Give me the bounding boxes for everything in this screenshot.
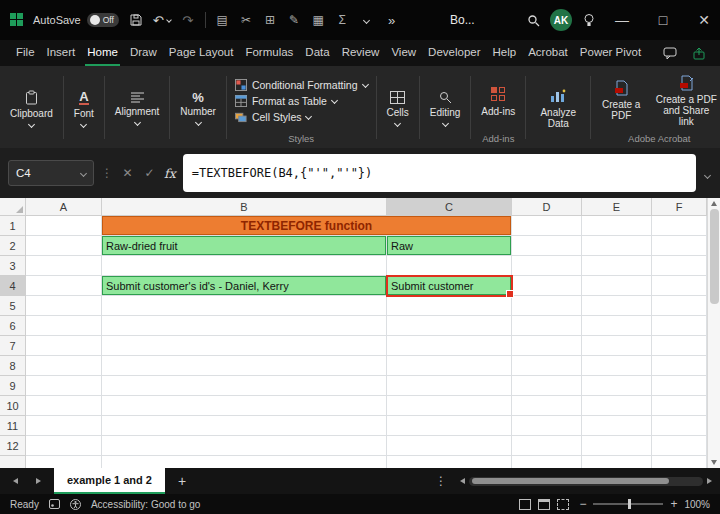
comments-icon[interactable] — [659, 40, 680, 66]
row-header-4[interactable]: 4 — [0, 276, 26, 296]
cancel-icon[interactable]: ✕ — [120, 166, 135, 180]
row-header-3[interactable]: 3 — [0, 256, 26, 276]
row-header-8[interactable]: 8 — [0, 356, 26, 376]
column-header-B[interactable]: B — [102, 198, 387, 216]
cell-E8[interactable] — [582, 356, 652, 376]
cell-B5[interactable] — [102, 296, 387, 316]
select-all-corner[interactable] — [0, 198, 26, 216]
conditional-formatting-button[interactable]: Conditional Formatting — [235, 79, 368, 91]
formula-input[interactable]: =TEXTBEFORE(B4,{"'","'"}) — [183, 154, 696, 192]
cell-D8[interactable] — [512, 356, 582, 376]
horizontal-scrollbar[interactable] — [460, 477, 712, 486]
menu-developer[interactable]: Developer — [426, 40, 482, 66]
cell-B11[interactable] — [102, 416, 387, 436]
cell-D10[interactable] — [512, 396, 582, 416]
row-header-10[interactable]: 10 — [0, 396, 26, 416]
number-group-button[interactable]: % Number — [174, 69, 222, 148]
normal-view-icon[interactable] — [519, 499, 531, 510]
menu-view[interactable]: View — [389, 40, 418, 66]
cell-E11[interactable] — [582, 416, 652, 436]
tab-overflow-icon[interactable]: ⋮ — [431, 474, 451, 488]
cell-E7[interactable] — [582, 336, 652, 356]
name-box[interactable]: C4 — [8, 160, 94, 186]
qat-overflow-icon[interactable]: » — [384, 7, 400, 33]
cell-C5[interactable] — [387, 296, 512, 316]
formula-bar-handle[interactable]: ⋮ — [101, 166, 113, 180]
document-title[interactable]: Bo... — [450, 13, 475, 27]
cell-D9[interactable] — [512, 376, 582, 396]
cell-E4[interactable] — [582, 276, 652, 296]
cell-E6[interactable] — [582, 316, 652, 336]
share-icon[interactable] — [689, 40, 710, 66]
accessibility-status[interactable]: Accessibility: Good to go — [91, 499, 201, 510]
cell-A3[interactable] — [26, 256, 102, 276]
vertical-scrollbar[interactable] — [707, 198, 720, 468]
horizontal-scroll-track[interactable] — [469, 477, 703, 486]
sheet-tab-active[interactable]: example 1 and 2 — [54, 468, 165, 494]
cell-C9[interactable] — [387, 376, 512, 396]
cell-F10[interactable] — [652, 396, 707, 416]
autosum-icon[interactable]: Σ — [335, 10, 350, 30]
cell-B4[interactable]: Submit customer's id's - Daniel, Kerry — [102, 276, 387, 296]
create-pdf-button[interactable]: Create a PDF — [595, 80, 647, 121]
scroll-down-icon[interactable] — [711, 460, 717, 465]
cell-B12[interactable] — [102, 436, 387, 456]
borders-icon[interactable]: ▦ — [311, 10, 326, 30]
cell-B7[interactable] — [102, 336, 387, 356]
cell-E1[interactable] — [582, 216, 652, 236]
autosave-toggle[interactable]: AutoSave Off — [33, 13, 119, 27]
cell-D12[interactable] — [512, 436, 582, 456]
page-layout-view-icon[interactable] — [538, 499, 550, 510]
cell-F5[interactable] — [652, 296, 707, 316]
cell-F12[interactable] — [652, 436, 707, 456]
zoom-slider[interactable] — [593, 503, 663, 505]
cells-group-button[interactable]: Cells — [381, 69, 415, 148]
column-header-C[interactable]: C — [387, 198, 512, 216]
cell-C3[interactable] — [387, 256, 512, 276]
cell-F11[interactable] — [652, 416, 707, 436]
analyze-data-button[interactable]: Analyze Data — [530, 69, 586, 148]
cell-A12[interactable] — [26, 436, 102, 456]
cell-B9[interactable] — [102, 376, 387, 396]
cell-C4[interactable]: Submit customer — [387, 276, 512, 296]
cell-C12[interactable] — [387, 436, 512, 456]
cell-C10[interactable] — [387, 396, 512, 416]
cell-F7[interactable] — [652, 336, 707, 356]
row-header-6[interactable]: 6 — [0, 316, 26, 336]
row-header-7[interactable]: 7 — [0, 336, 26, 356]
cell-D2[interactable] — [512, 236, 582, 256]
column-header-D[interactable]: D — [512, 198, 582, 216]
horizontal-scroll-thumb[interactable] — [472, 478, 669, 484]
cell-B3[interactable] — [102, 256, 387, 276]
zoom-in-button[interactable]: + — [670, 497, 677, 511]
row-header-11[interactable]: 11 — [0, 416, 26, 436]
cell-B2[interactable]: Raw-dried fruit — [102, 236, 387, 256]
menu-acrobat[interactable]: Acrobat — [526, 40, 570, 66]
cell-E12[interactable] — [582, 436, 652, 456]
row-header-12[interactable]: 12 — [0, 436, 26, 456]
cell-A10[interactable] — [26, 396, 102, 416]
scroll-up-icon[interactable] — [711, 201, 717, 206]
cell-C2[interactable]: Raw — [387, 236, 512, 256]
page-break-view-icon[interactable] — [557, 499, 569, 510]
undo-button[interactable]: ↶ — [153, 7, 171, 33]
row-header-1[interactable]: 1 — [0, 216, 26, 236]
vertical-scroll-thumb[interactable] — [710, 209, 719, 304]
zoom-out-button[interactable]: − — [579, 497, 586, 511]
cell-D5[interactable] — [512, 296, 582, 316]
maximize-button[interactable]: □ — [647, 0, 679, 40]
column-header-E[interactable]: E — [582, 198, 652, 216]
cell-F8[interactable] — [652, 356, 707, 376]
macro-record-icon[interactable] — [49, 499, 60, 509]
create-pdf-share-button[interactable]: Create a PDF and Share link — [649, 75, 720, 127]
cell-E3[interactable] — [582, 256, 652, 276]
format-painter-icon[interactable]: ✎ — [287, 10, 302, 30]
cell-C7[interactable] — [387, 336, 512, 356]
menu-insert[interactable]: Insert — [45, 40, 78, 66]
menu-page-layout[interactable]: Page Layout — [167, 40, 236, 66]
sheet-nav-left-icon[interactable] — [8, 468, 22, 494]
cell-D3[interactable] — [512, 256, 582, 276]
avatar[interactable]: AK — [550, 9, 572, 31]
cell-E10[interactable] — [582, 396, 652, 416]
menu-help[interactable]: Help — [491, 40, 519, 66]
